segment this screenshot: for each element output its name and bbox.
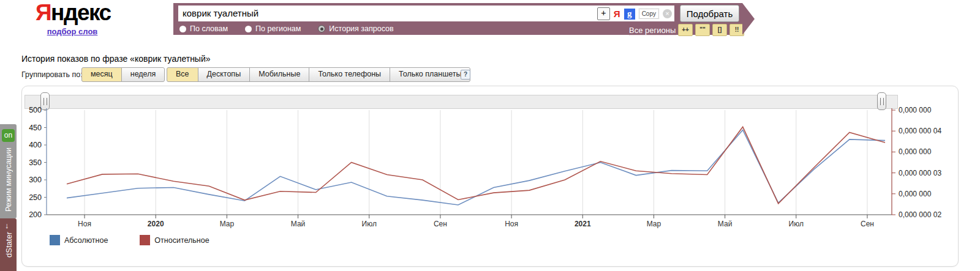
legend-label: Относительное [154,236,209,245]
add-word-button[interactable]: + [597,7,610,20]
svg-text:0,000 000: 0,000 000 [899,147,932,156]
group-by-buttons: месяц неделя [81,67,165,82]
svg-text:Ноя: Ноя [505,220,518,228]
chart-legend: Абсолютное Относительное [50,235,209,245]
google-icon[interactable]: g [624,9,635,20]
radio-selected-icon [318,25,325,32]
svg-text:Июл: Июл [789,220,804,228]
group-by-label: Группировать по: [21,70,83,79]
yandex-logo-ya: Я [36,0,51,25]
clear-icon[interactable]: × [663,9,672,18]
copy-button[interactable]: Copy [639,9,659,19]
radio-icon [245,26,252,32]
wordstat-page: Яндекс подбор слов + Я g Copy × Подобрат… [0,0,980,271]
svg-text:400: 400 [29,141,42,149]
svg-text:Май: Май [291,220,306,228]
history-chart-card: Ноя2020МарМайИюлСенНоя2021МарМайИюлСен50… [21,86,959,267]
mode-history[interactable]: История запросов [318,24,393,33]
svg-text:250: 250 [29,193,42,202]
group-month-button[interactable]: месяц [81,67,122,82]
svg-text:500: 500 [29,106,42,114]
yandex-logo-text: Яндекс [36,0,109,26]
svg-text:300: 300 [29,176,42,184]
svg-text:450: 450 [29,124,42,132]
all-regions-link[interactable]: Все регионы [629,26,676,35]
svg-text:0,000 000: 0,000 000 [899,190,932,198]
legend-label: Абсолютное [64,236,108,245]
down-arrow-icon: ↓ [5,221,9,230]
svg-text:Май: Май [718,220,733,228]
operator-exclaim-button[interactable]: !! [729,24,744,36]
yandex-logo-rest: ндекс [51,0,111,25]
legend-item-absolute: Абсолютное [50,235,108,245]
operator-plusplus-button[interactable]: ++ [678,24,693,36]
tab-all[interactable]: Все [167,67,198,82]
minus-mode-label: Режим минусации [4,147,13,212]
svg-text:Сен: Сен [434,220,447,228]
submit-button[interactable]: Подобрать [680,5,739,22]
mode-by-words[interactable]: По словам [179,24,228,33]
svg-text:350: 350 [29,158,42,167]
operator-brackets-button[interactable]: [] [712,24,727,36]
svg-text:0,000 000 03: 0,000 000 03 [899,169,941,177]
podbor-slov-link[interactable]: подбор слов [47,27,98,36]
svg-text:0,000 000 02: 0,000 000 02 [899,210,941,219]
legend-swatch [50,235,60,245]
svg-text:Июл: Июл [362,220,377,228]
svg-text:Мар: Мар [220,220,235,228]
mode-label: По регионам [255,24,301,33]
tab-tablets-only[interactable]: Только планшеты [390,67,470,82]
mode-label: История запросов [329,24,393,33]
operator-buttons: ++ "" [] !! [678,24,744,36]
svg-text:2020: 2020 [148,220,164,228]
legend-item-relative: Относительное [140,235,209,245]
svg-text:Мар: Мар [647,220,662,228]
wordstater-tab[interactable]: ↓ dStater [0,218,17,271]
mode-label: По словам [190,24,228,33]
yandex-logo[interactable]: Яндекс подбор слов [36,0,109,37]
help-icon[interactable]: ? [461,70,470,80]
radio-icon [179,26,186,32]
search-mode-radios: По словам По регионам История запросов [179,24,394,33]
legend-swatch [140,235,150,245]
operator-quotes-button[interactable]: "" [695,24,710,36]
mode-by-regions[interactable]: По регионам [245,24,301,33]
tab-desktop[interactable]: Десктопы [198,67,251,82]
tab-phones-only[interactable]: Только телефоны [309,67,390,82]
svg-text:2021: 2021 [575,220,591,228]
page-title: История показов по фразе «коврик туалетн… [21,54,211,64]
svg-text:Сен: Сен [861,220,874,228]
wordstater-label: dStater [4,232,13,258]
svg-text:200: 200 [29,210,42,219]
on-badge: on [2,129,15,142]
history-chart: Ноя2020МарМайИюлСенНоя2021МарМайИюлСен50… [22,106,958,232]
yandex-icon[interactable]: Я [614,9,620,19]
search-band: + Я g Copy × Подобрать По словам По реги… [173,3,742,35]
tab-mobile[interactable]: Мобильные [249,67,309,82]
search-field-wrap: + Я g Copy × [178,6,674,21]
group-week-button[interactable]: неделя [121,67,165,82]
search-input[interactable] [178,6,587,20]
svg-text:0,000 000: 0,000 000 [899,106,932,114]
svg-text:Ноя: Ноя [78,220,91,228]
minus-mode-tab[interactable]: on Режим минусации [0,124,17,218]
svg-text:0,000 000 04: 0,000 000 04 [899,127,941,135]
device-tabs: Все Десктопы Мобильные Только телефоны Т… [167,67,470,82]
search-inline-buttons: + Я g Copy × [597,7,672,20]
